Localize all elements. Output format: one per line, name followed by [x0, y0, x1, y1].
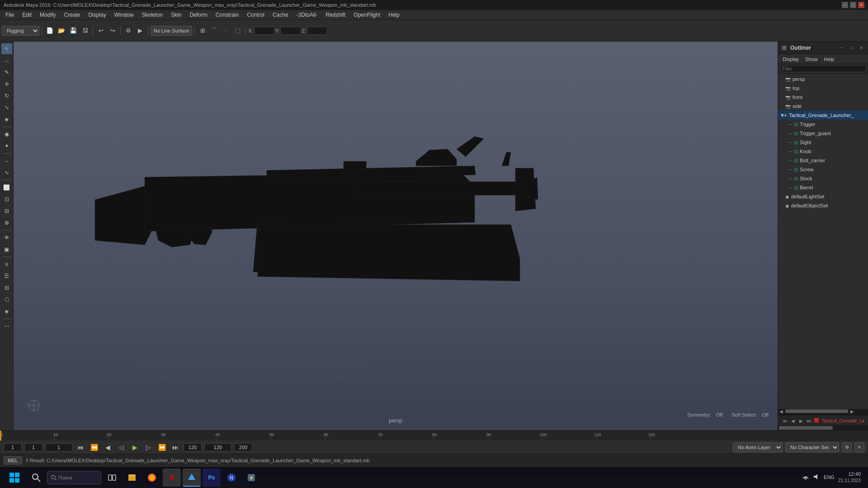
search-box[interactable]: Поиск: [47, 471, 101, 484]
outliner-item-front[interactable]: 📷 front: [778, 93, 868, 102]
outliner-search-input[interactable]: [780, 65, 866, 72]
hypergraph-btn[interactable]: ⬡: [1, 294, 12, 305]
soft-select-btn[interactable]: ◉: [1, 129, 12, 140]
menu-3dtoall[interactable]: -3DtoAll-: [293, 11, 321, 19]
range-end-input[interactable]: [204, 443, 231, 451]
save-as-btn[interactable]: 🖫: [80, 25, 90, 36]
prev-frame-btn[interactable]: ◀: [102, 442, 113, 453]
menu-control[interactable]: Control: [243, 11, 268, 19]
channel-end-btn[interactable]: ⏭: [806, 418, 812, 424]
anim-layer-dropdown[interactable]: No Anim Layer: [733, 442, 783, 452]
outliner-item-barrel[interactable]: ⊡ Barrel: [778, 183, 868, 192]
right-scroll-thumb[interactable]: [779, 426, 833, 430]
append-btn[interactable]: ⊕: [1, 217, 12, 228]
curve-ep-btn[interactable]: ∿: [1, 167, 12, 178]
save-file-btn[interactable]: 💾: [68, 25, 79, 36]
network-icon[interactable]: [802, 473, 809, 481]
3d-viewport[interactable]: persp Symmetry: Off Soft Select: Off Y Z: [14, 42, 778, 430]
outliner-item-persp[interactable]: 📷 persp: [778, 75, 868, 84]
snap-curve-btn[interactable]: ⌒: [209, 25, 220, 36]
prev-keyframe-btn[interactable]: ⏪: [89, 442, 99, 453]
outliner-menu-show[interactable]: Show: [802, 56, 821, 63]
outliner-minimize-btn[interactable]: ─: [838, 45, 844, 51]
undo-btn[interactable]: ↩: [95, 25, 106, 36]
move-tool-btn[interactable]: ✛: [1, 79, 12, 89]
browser-btn[interactable]: [143, 469, 161, 487]
show-hide-btn[interactable]: 👁: [1, 232, 12, 243]
select-tool-btn[interactable]: ↖: [1, 43, 12, 54]
ps-btn[interactable]: Ps: [203, 469, 221, 487]
outliner-item-tactical[interactable]: ▼ ✳ Tactical_Grenade_Launcher_: [778, 111, 868, 120]
z-coord-input[interactable]: [307, 27, 327, 35]
outliner-item-screw[interactable]: ⊡ Screw: [778, 165, 868, 174]
menu-constrain[interactable]: Constrain: [212, 11, 242, 19]
play-back-btn[interactable]: ◁: [116, 442, 127, 453]
menu-deform[interactable]: Deform: [186, 11, 211, 19]
outliner-item-trigger[interactable]: ⊡ Trigger: [778, 120, 868, 129]
outliner-item-sight[interactable]: ⊡ Sight: [778, 138, 868, 147]
hypershade-btn[interactable]: ◈: [1, 306, 12, 317]
menu-modify[interactable]: Modify: [36, 11, 59, 19]
anim-settings-btn[interactable]: ⚙: [842, 442, 852, 452]
outliner-item-stock[interactable]: ⊡ Stock: [778, 174, 868, 183]
menu-display[interactable]: Display: [85, 11, 109, 19]
channel-prev-btn[interactable]: ⏮: [782, 418, 788, 424]
anim-extra-btn[interactable]: ≡: [854, 442, 864, 452]
channel-fwd-btn[interactable]: ▶: [798, 418, 804, 424]
skip-to-end-btn[interactable]: ⏭: [170, 442, 181, 453]
snap-surface-btn[interactable]: ⬚: [232, 25, 243, 36]
channel-back-btn[interactable]: ◀: [790, 418, 796, 424]
outliner-item-trigger-guard[interactable]: ⊡ Trigger_guard: [778, 129, 868, 138]
close-button[interactable]: ✕: [858, 2, 864, 8]
open-file-btn[interactable]: 📂: [56, 25, 67, 36]
universal-tool-btn[interactable]: ◈: [1, 114, 12, 125]
redo-btn[interactable]: ↪: [107, 25, 118, 36]
outliner-item-knob[interactable]: ⊡ Knob: [778, 147, 868, 156]
outliner-item-side[interactable]: 📷 side: [778, 102, 868, 111]
task-view-btn[interactable]: [103, 469, 121, 487]
frame-display[interactable]: 1: [45, 443, 72, 451]
mode-dropdown[interactable]: Rigging Animation Modeling: [2, 26, 39, 36]
skip-to-start-btn[interactable]: ⏮: [75, 442, 86, 453]
outliner-item-top[interactable]: 📷 top: [778, 84, 868, 93]
menu-create[interactable]: Create: [60, 11, 84, 19]
new-file-btn[interactable]: 📄: [44, 25, 55, 36]
outliner-menu-display[interactable]: Display: [780, 56, 802, 63]
frame-end-input[interactable]: [184, 443, 202, 451]
outliner-scroll-h[interactable]: ◀ ▶: [778, 409, 868, 413]
menu-cache[interactable]: Cache: [269, 11, 292, 19]
extrude-btn[interactable]: ⊡: [1, 194, 12, 205]
snap-grid-btn[interactable]: ⊞: [197, 25, 208, 36]
app9-btn[interactable]: ⚡: [242, 469, 260, 487]
menu-redshift[interactable]: Redshift: [322, 11, 349, 19]
render-btn[interactable]: ▶: [135, 25, 146, 36]
outliner-float-btn[interactable]: □: [848, 45, 854, 51]
start-button[interactable]: [4, 469, 25, 487]
maya-taskbar-btn[interactable]: [183, 469, 201, 487]
layer-editor-btn[interactable]: ⊟: [1, 282, 12, 293]
files-btn[interactable]: [123, 469, 141, 487]
menu-skeleton[interactable]: Skeleton: [138, 11, 166, 19]
play-fwd-btn[interactable]: ▶: [129, 442, 140, 453]
bridge-btn[interactable]: ⊟: [1, 206, 12, 216]
outliner-menu-help[interactable]: Help: [821, 56, 837, 63]
menu-window[interactable]: Window: [111, 11, 137, 19]
maximize-button[interactable]: □: [850, 2, 856, 8]
menu-edit[interactable]: Edit: [19, 11, 35, 19]
minimize-button[interactable]: ─: [842, 2, 848, 8]
menu-skin[interactable]: Skin: [167, 11, 185, 19]
outliner-item-lightset[interactable]: ◉ defaultLightSet: [778, 192, 868, 201]
paint-tool-btn[interactable]: ✎: [1, 67, 12, 78]
menu-file[interactable]: File: [2, 11, 18, 19]
render-settings-btn[interactable]: ⚙: [123, 25, 134, 36]
poly-plane-btn[interactable]: ⬜: [1, 182, 12, 193]
y-coord-input[interactable]: [280, 27, 301, 35]
rotate-tool-btn[interactable]: ↻: [1, 90, 12, 101]
lasso-tool-btn[interactable]: ⌓: [1, 55, 12, 66]
outliner-item-bolt-carrier[interactable]: ⊡ Bolt_carrier: [778, 156, 868, 165]
app8-btn[interactable]: N: [222, 469, 241, 487]
volume-icon[interactable]: [813, 473, 820, 481]
x-coord-input[interactable]: [254, 27, 274, 35]
menu-help[interactable]: Help: [385, 11, 403, 19]
channel-box-btn[interactable]: ☰: [1, 271, 12, 282]
